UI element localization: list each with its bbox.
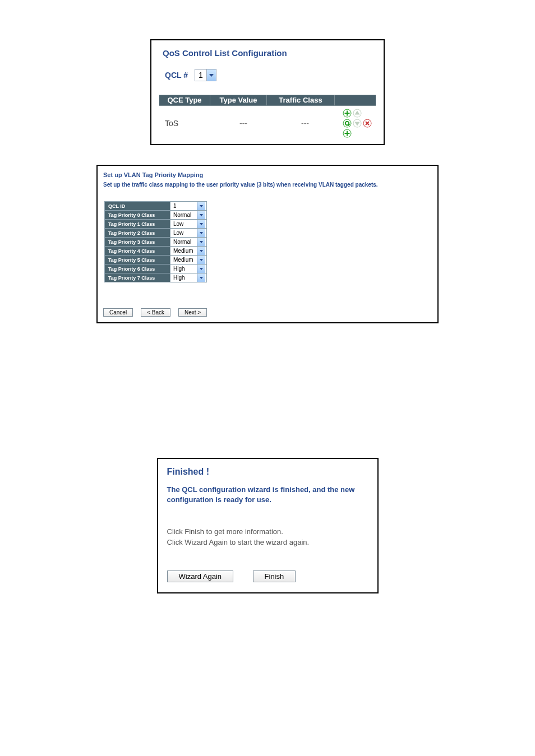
select-value: Medium (172, 247, 197, 255)
qce-header-type: QCE Type (159, 95, 210, 105)
row-select-cell: High (170, 265, 207, 273)
delete-icon[interactable] (362, 118, 372, 128)
next-button[interactable]: Next > (178, 308, 207, 317)
wizard-button-row: Cancel < Back Next > (103, 308, 432, 317)
cancel-button[interactable]: Cancel (103, 308, 133, 317)
panel3-line1: Click Finish to get more information. (167, 527, 368, 537)
row-label: Tag Priority 0 Class (105, 211, 170, 220)
panel3-line2: Click Wizard Again to start the wizard a… (167, 537, 368, 548)
qcl-select-value: 1 (195, 69, 206, 81)
select-value: High (172, 273, 197, 282)
panel1-title: QoS Control List Configuration (163, 48, 376, 58)
row-label: Tag Priority 5 Class (105, 256, 170, 265)
row-label: Tag Priority 3 Class (105, 238, 170, 247)
chevron-down-icon (197, 247, 205, 255)
select-value: High (172, 265, 197, 273)
tag-priority-4-select[interactable]: Medium (172, 247, 205, 255)
add-before-icon[interactable] (342, 108, 352, 118)
add-after-icon[interactable] (342, 128, 352, 138)
tag-priority-1-select[interactable]: Low (172, 220, 205, 228)
chevron-down-icon (197, 211, 205, 219)
qce-row: ToS --- --- (159, 106, 376, 138)
chevron-down-icon (206, 69, 216, 81)
tag-priority-2-select[interactable]: Low (172, 229, 205, 237)
panel3-body: Click Finish to get more information. Cl… (167, 527, 368, 548)
row-select-cell: Normal (170, 238, 207, 247)
qcl-select[interactable]: 1 (195, 69, 216, 81)
table-row: Tag Priority 6 ClassHigh (105, 265, 207, 273)
tag-priority-5-select[interactable]: Medium (172, 256, 205, 264)
finish-button[interactable]: Finish (253, 571, 296, 582)
table-row: Tag Priority 3 ClassNormal (105, 238, 207, 247)
table-row: Tag Priority 4 ClassMedium (105, 247, 207, 256)
finished-panel: Finished ! The QCL configuration wizard … (157, 458, 379, 593)
table-row: Tag Priority 0 ClassNormal (105, 211, 207, 220)
table-row: Tag Priority 5 ClassMedium (105, 256, 207, 265)
row-select-cell: Low (170, 229, 207, 238)
table-row: Tag Priority 1 ClassLow (105, 220, 207, 229)
row-label: Tag Priority 2 Class (105, 229, 170, 238)
table-row: Tag Priority 7 ClassHigh (105, 273, 207, 282)
row-select-cell: Normal (170, 211, 207, 220)
table-row: Tag Priority 2 ClassLow (105, 229, 207, 238)
row-select-cell: Medium (170, 247, 207, 256)
svg-point-5 (343, 119, 351, 127)
svg-rect-2 (345, 113, 350, 114)
row-select-cell: Low (170, 220, 207, 229)
edit-icon[interactable] (342, 118, 352, 128)
vlan-tag-priority-panel: Set up VLAN Tag Priority Mapping Set up … (96, 165, 439, 323)
tag-priority-0-select[interactable]: Normal (172, 211, 205, 219)
row-label: Tag Priority 6 Class (105, 265, 170, 273)
priority-mapping-table: QCL ID1Tag Priority 0 ClassNormalTag Pri… (104, 201, 207, 282)
select-value: Normal (172, 238, 197, 246)
row-select-cell: 1 (170, 202, 207, 211)
chevron-down-icon (197, 256, 205, 264)
select-value: Medium (172, 256, 197, 264)
qce-header-value: Type Value (210, 95, 267, 105)
row-select-cell: High (170, 273, 207, 282)
select-value: 1 (172, 202, 197, 210)
row-label: Tag Priority 1 Class (105, 220, 170, 229)
select-value: Low (172, 229, 197, 237)
select-value: Normal (172, 211, 197, 219)
chevron-down-icon (197, 238, 205, 246)
qce-cell-type: ToS (159, 119, 215, 128)
table-row: QCL ID1 (105, 202, 207, 211)
qcl-label: QCL # (165, 71, 188, 80)
panel3-title: Finished ! (167, 467, 368, 477)
chevron-down-icon (197, 265, 205, 273)
wizard-again-button[interactable]: Wizard Again (167, 571, 234, 582)
chevron-down-icon (197, 220, 205, 228)
panel2-title: Set up VLAN Tag Priority Mapping (103, 171, 432, 178)
svg-rect-15 (345, 133, 350, 134)
row-label: QCL ID (105, 202, 170, 211)
tag-priority-3-select[interactable]: Normal (172, 238, 205, 246)
move-up-disabled-icon (352, 108, 362, 118)
qce-header-traffic: Traffic Class (267, 95, 335, 105)
panel3-subtitle: The QCL configuration wizard is finished… (167, 485, 368, 504)
select-value: Low (172, 220, 197, 228)
qce-table: QCE Type Type Value Traffic Class ToS --… (159, 95, 376, 138)
move-down-disabled-icon (352, 118, 362, 128)
chevron-down-icon (197, 202, 205, 210)
qce-cell-traffic: --- (271, 119, 339, 128)
panel3-buttons: Wizard Again Finish (167, 571, 368, 582)
qcl-id-select[interactable]: 1 (172, 202, 205, 210)
qce-cell-value: --- (215, 119, 271, 128)
row-label: Tag Priority 7 Class (105, 273, 170, 282)
row-select-cell: Medium (170, 256, 207, 265)
qce-header-row: QCE Type Type Value Traffic Class (159, 95, 376, 106)
qos-control-list-panel: QoS Control List Configuration QCL # 1 Q… (150, 39, 385, 145)
panel2-subtitle: Set up the traffic class mapping to the … (103, 182, 432, 188)
back-button[interactable]: < Back (141, 308, 170, 317)
chevron-down-icon (197, 273, 205, 282)
tag-priority-7-select[interactable]: High (172, 273, 205, 282)
qce-actions (339, 108, 376, 138)
tag-priority-6-select[interactable]: High (172, 265, 205, 273)
chevron-down-icon (197, 229, 205, 237)
row-label: Tag Priority 4 Class (105, 247, 170, 256)
qcl-select-row: QCL # 1 (165, 69, 376, 81)
